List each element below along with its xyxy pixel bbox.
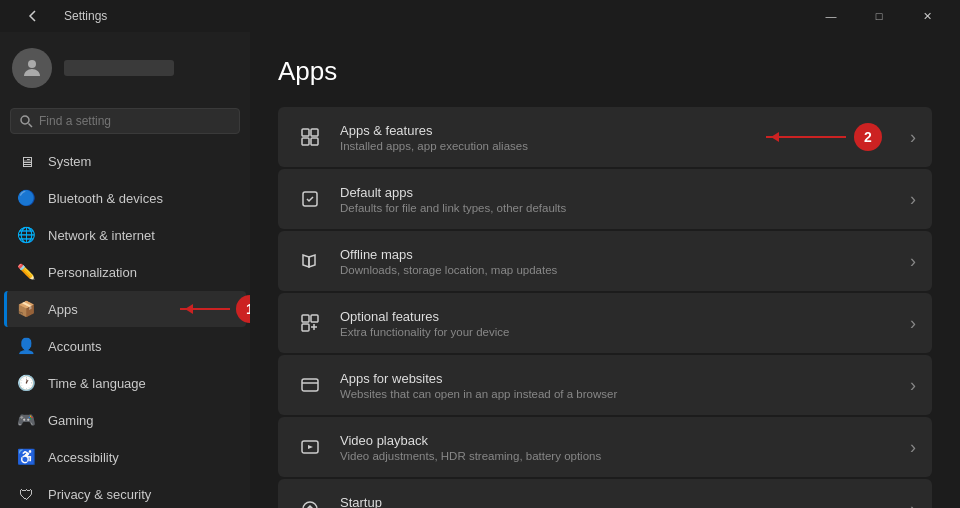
sidebar-label-accounts: Accounts: [48, 339, 101, 354]
default-apps-title: Default apps: [340, 185, 896, 200]
offline-maps-text: Offline mapsDownloads, storage location,…: [340, 247, 896, 276]
personalization-icon: ✏️: [16, 262, 36, 282]
back-button[interactable]: [10, 0, 56, 32]
system-icon: 🖥: [16, 151, 36, 171]
badge-1: 1: [236, 295, 250, 323]
video-playback-icon: [294, 431, 326, 463]
default-apps-text: Default appsDefaults for file and link t…: [340, 185, 896, 214]
svg-marker-18: [308, 445, 313, 449]
default-apps-icon: [294, 183, 326, 215]
apps-icon: 📦: [16, 299, 36, 319]
sidebar-item-system[interactable]: 🖥System: [4, 143, 246, 179]
bluetooth-icon: 🔵: [16, 188, 36, 208]
settings-item-optional-features[interactable]: Optional featuresExtra functionality for…: [278, 293, 932, 353]
offline-maps-title: Offline maps: [340, 247, 896, 262]
apps-features-icon: [294, 121, 326, 153]
optional-features-icon: [294, 307, 326, 339]
svg-point-0: [28, 60, 36, 68]
settings-list: Apps & featuresInstalled apps, app execu…: [278, 107, 932, 508]
sidebar-item-time[interactable]: 🕐Time & language: [4, 365, 246, 401]
apps-features-chevron: ›: [910, 127, 916, 148]
sidebar-item-accessibility[interactable]: ♿Accessibility: [4, 439, 246, 475]
optional-features-title: Optional features: [340, 309, 896, 324]
profile-name: [64, 60, 174, 76]
offline-maps-desc: Downloads, storage location, map updates: [340, 264, 896, 276]
default-apps-chevron: ›: [910, 189, 916, 210]
startup-text: StartupApps that start automatically whe…: [340, 495, 896, 509]
gaming-icon: 🎮: [16, 410, 36, 430]
search-box[interactable]: [10, 108, 240, 134]
offline-maps-icon: [294, 245, 326, 277]
video-playback-desc: Video adjustments, HDR streaming, batter…: [340, 450, 896, 462]
svg-marker-9: [309, 255, 315, 267]
network-icon: 🌐: [16, 225, 36, 245]
settings-item-video-playback[interactable]: Video playbackVideo adjustments, HDR str…: [278, 417, 932, 477]
search-icon: [19, 114, 33, 128]
sidebar-label-network: Network & internet: [48, 228, 155, 243]
svg-line-2: [29, 124, 33, 128]
svg-rect-5: [302, 138, 309, 145]
optional-features-text: Optional featuresExtra functionality for…: [340, 309, 896, 338]
settings-item-startup[interactable]: StartupApps that start automatically whe…: [278, 479, 932, 508]
accessibility-icon: ♿: [16, 447, 36, 467]
sidebar-label-personalization: Personalization: [48, 265, 137, 280]
apps-features-text: Apps & featuresInstalled apps, app execu…: [340, 123, 896, 152]
svg-rect-6: [311, 138, 318, 145]
sidebar-item-network[interactable]: 🌐Network & internet: [4, 217, 246, 253]
sidebar-item-gaming[interactable]: 🎮Gaming: [4, 402, 246, 438]
maximize-button[interactable]: □: [856, 0, 902, 32]
sidebar-item-personalization[interactable]: ✏️Personalization: [4, 254, 246, 290]
offline-maps-chevron: ›: [910, 251, 916, 272]
sidebar-label-bluetooth: Bluetooth & devices: [48, 191, 163, 206]
apps-websites-title: Apps for websites: [340, 371, 896, 386]
video-playback-text: Video playbackVideo adjustments, HDR str…: [340, 433, 896, 462]
default-apps-desc: Defaults for file and link types, other …: [340, 202, 896, 214]
apps-websites-icon: [294, 369, 326, 401]
sidebar-item-accounts[interactable]: 👤Accounts: [4, 328, 246, 364]
apps-features-title: Apps & features: [340, 123, 896, 138]
svg-rect-3: [302, 129, 309, 136]
annotation-badge-1: 1: [180, 295, 250, 323]
svg-rect-12: [302, 324, 309, 331]
svg-rect-11: [311, 315, 318, 322]
search-input[interactable]: [39, 114, 231, 128]
profile-section[interactable]: [0, 32, 250, 104]
apps-websites-text: Apps for websitesWebsites that can open …: [340, 371, 896, 400]
optional-features-chevron: ›: [910, 313, 916, 334]
startup-chevron: ›: [910, 499, 916, 509]
accounts-icon: 👤: [16, 336, 36, 356]
video-playback-title: Video playback: [340, 433, 896, 448]
time-icon: 🕐: [16, 373, 36, 393]
titlebar: Settings — □ ✕: [0, 0, 960, 32]
startup-icon: [294, 493, 326, 508]
apps-features-desc: Installed apps, app execution aliases: [340, 140, 896, 152]
page-title: Apps: [278, 56, 932, 87]
settings-item-apps-features[interactable]: Apps & featuresInstalled apps, app execu…: [278, 107, 932, 167]
titlebar-left: Settings: [10, 0, 107, 32]
sidebar: 🖥System🔵Bluetooth & devices🌐Network & in…: [0, 32, 250, 508]
sidebar-item-privacy[interactable]: 🛡Privacy & security: [4, 476, 246, 508]
minimize-button[interactable]: —: [808, 0, 854, 32]
sidebar-item-apps[interactable]: 📦Apps1: [4, 291, 246, 327]
window-title: Settings: [64, 9, 107, 23]
apps-websites-chevron: ›: [910, 375, 916, 396]
sidebar-label-apps: Apps: [48, 302, 78, 317]
settings-item-apps-websites[interactable]: Apps for websitesWebsites that can open …: [278, 355, 932, 415]
sidebar-item-bluetooth[interactable]: 🔵Bluetooth & devices: [4, 180, 246, 216]
settings-item-default-apps[interactable]: Default appsDefaults for file and link t…: [278, 169, 932, 229]
privacy-icon: 🛡: [16, 484, 36, 504]
svg-rect-15: [302, 379, 318, 391]
settings-item-offline-maps[interactable]: Offline mapsDownloads, storage location,…: [278, 231, 932, 291]
apps-websites-desc: Websites that can open in an app instead…: [340, 388, 896, 400]
svg-rect-10: [302, 315, 309, 322]
main-layout: 🖥System🔵Bluetooth & devices🌐Network & in…: [0, 32, 960, 508]
sidebar-label-system: System: [48, 154, 91, 169]
sidebar-label-gaming: Gaming: [48, 413, 94, 428]
avatar: [12, 48, 52, 88]
video-playback-chevron: ›: [910, 437, 916, 458]
nav-list: 🖥System🔵Bluetooth & devices🌐Network & in…: [0, 142, 250, 508]
close-button[interactable]: ✕: [904, 0, 950, 32]
sidebar-label-privacy: Privacy & security: [48, 487, 151, 502]
svg-point-1: [21, 116, 29, 124]
window-controls: — □ ✕: [808, 0, 950, 32]
